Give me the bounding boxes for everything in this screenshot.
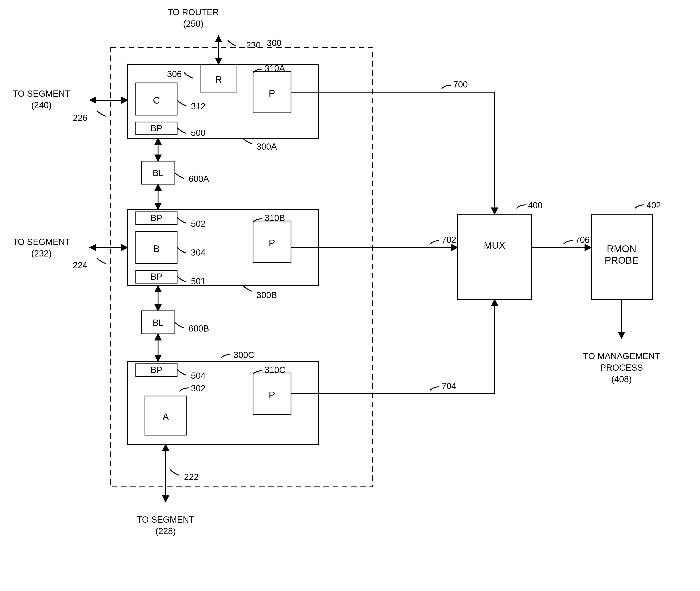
ref-226: 226 xyxy=(73,113,87,123)
leader-402 xyxy=(635,205,644,208)
leader-300c xyxy=(221,354,230,358)
label-r: R xyxy=(215,74,222,85)
ref-300: 300 xyxy=(267,38,281,48)
label-bp-504: BP xyxy=(151,365,162,375)
leader-230 xyxy=(228,40,236,46)
wire-704 xyxy=(291,299,494,394)
label-bp-502: BP xyxy=(151,213,162,223)
ref-302: 302 xyxy=(191,384,206,393)
ref-310a: 310A xyxy=(264,64,285,73)
label-to-seg-232: TO SEGMENT xyxy=(13,237,70,247)
label-b: B xyxy=(153,243,160,254)
ref-310c: 310C xyxy=(264,365,286,375)
ref-501: 501 xyxy=(191,276,206,286)
label-a: A xyxy=(162,411,169,422)
ref-230: 230 xyxy=(246,41,261,50)
ref-600a: 600A xyxy=(188,174,209,184)
ref-222: 222 xyxy=(184,472,199,482)
ref-310b: 310B xyxy=(264,213,285,223)
label-mux: MUX xyxy=(484,240,505,251)
ref-504: 504 xyxy=(191,371,206,381)
leader-600b xyxy=(175,322,184,328)
leader-704 xyxy=(430,387,439,390)
block-mux xyxy=(458,214,531,299)
leader-224 xyxy=(97,258,106,264)
label-to-mgmt1: TO MANAGEMENT xyxy=(583,351,660,361)
label-rmon2: PROBE xyxy=(605,255,638,266)
label-p-b: P xyxy=(269,238,275,248)
leader-600a xyxy=(175,173,184,179)
label-to-router: TO ROUTER xyxy=(167,7,219,17)
leader-702 xyxy=(430,241,439,244)
leader-700 xyxy=(442,85,451,89)
leader-226 xyxy=(97,111,106,116)
ref-502: 502 xyxy=(191,219,206,228)
ref-402: 402 xyxy=(646,201,661,210)
ref-600b: 600B xyxy=(188,324,209,333)
ref-500: 500 xyxy=(191,128,206,138)
label-p-a: P xyxy=(269,88,275,99)
ref-704: 704 xyxy=(442,381,456,391)
ref-300b: 300B xyxy=(256,290,277,300)
label-bp-501: BP xyxy=(151,272,162,281)
ref-312: 312 xyxy=(191,102,206,111)
label-bl-600b: BL xyxy=(153,318,163,328)
label-to-seg-240: TO SEGMENT xyxy=(13,89,70,98)
ref-300a: 300A xyxy=(256,142,277,151)
ref-304: 304 xyxy=(191,248,206,257)
label-p-c: P xyxy=(269,390,275,400)
label-to-router-ref: (250) xyxy=(183,19,204,28)
leader-222 xyxy=(170,470,179,475)
leader-300a xyxy=(243,138,252,144)
label-to-seg-232-ref: (232) xyxy=(31,249,52,258)
label-to-seg-228: TO SEGMENT xyxy=(137,515,195,524)
ref-700: 700 xyxy=(453,80,468,89)
leader-706 xyxy=(564,241,573,244)
ref-306: 306 xyxy=(167,69,182,79)
ref-400: 400 xyxy=(528,201,542,210)
label-to-seg-240-ref: (240) xyxy=(31,101,52,110)
label-bl-600a: BL xyxy=(153,168,163,178)
ref-300c: 300C xyxy=(233,350,254,360)
leader-300b xyxy=(243,285,252,291)
label-to-mgmt-ref: (408) xyxy=(611,374,632,384)
label-rmon1: RMON xyxy=(607,243,636,254)
label-to-mgmt2: PROCESS xyxy=(600,363,643,373)
leader-400 xyxy=(517,205,526,208)
wire-700 xyxy=(291,92,494,214)
label-bp-500: BP xyxy=(151,123,162,133)
ref-224: 224 xyxy=(73,260,87,270)
label-c: C xyxy=(153,95,160,106)
ref-706: 706 xyxy=(575,235,590,245)
label-to-seg-228-ref: (228) xyxy=(156,526,176,536)
ref-702: 702 xyxy=(442,235,456,245)
